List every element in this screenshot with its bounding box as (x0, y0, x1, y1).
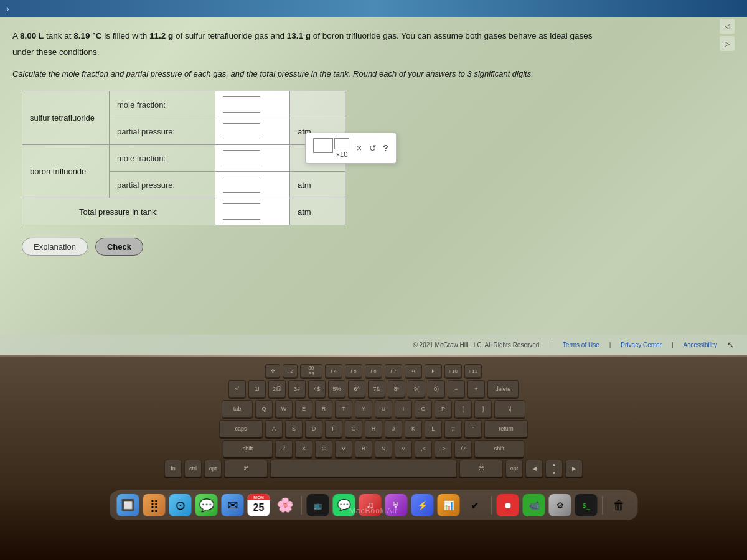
key-lbracket[interactable]: [ (454, 400, 472, 418)
key-backslash[interactable]: \| (494, 400, 525, 418)
key-f11[interactable]: F11 (464, 364, 482, 378)
key-caps[interactable]: caps (219, 420, 263, 437)
input-sf-mole-fraction[interactable] (223, 96, 260, 113)
privacy-link[interactable]: Privacy Center (621, 342, 662, 348)
input-sf-partial-pressure[interactable] (223, 123, 260, 139)
key-rshift[interactable]: shift (474, 440, 524, 457)
dock-icon-stats[interactable]: 📊 (438, 494, 460, 516)
key-l[interactable]: L (425, 420, 442, 437)
key-4[interactable]: 4$ (308, 380, 326, 398)
key-semicolon[interactable]: ;: (444, 420, 462, 437)
key-9[interactable]: 9( (408, 380, 425, 398)
key-return[interactable]: return (484, 420, 528, 437)
key-f10[interactable]: F10 (444, 364, 462, 378)
chevron-icon[interactable]: › (6, 4, 9, 14)
key-f7[interactable]: F7 (385, 364, 402, 378)
key-rcmd[interactable]: ⌘ (459, 460, 503, 477)
sci-exp-input[interactable] (334, 138, 349, 149)
key-equals[interactable]: + (467, 380, 485, 398)
key-backtick[interactable]: ~` (228, 380, 246, 398)
dock-icon-photos[interactable]: 🌸 (274, 494, 296, 516)
key-f8[interactable]: ⏮ (405, 364, 422, 378)
key-lshift[interactable]: shift (223, 440, 273, 457)
key-f4[interactable]: F4 (325, 364, 342, 378)
key-f6[interactable]: F6 (365, 364, 382, 378)
key-c[interactable]: C (315, 440, 332, 457)
key-z[interactable]: Z (275, 440, 293, 457)
key-6[interactable]: 6^ (348, 380, 365, 398)
key-j[interactable]: J (385, 420, 402, 437)
key-b[interactable]: B (355, 440, 372, 457)
key-slash[interactable]: /? (454, 440, 472, 457)
key-s[interactable]: S (285, 420, 303, 437)
key-f9[interactable]: ⏵ (425, 364, 442, 378)
key-h[interactable]: H (365, 420, 382, 437)
input-total-pressure[interactable] (223, 203, 260, 220)
dock-icon-safari[interactable]: ⊙ (169, 494, 192, 516)
key-x[interactable]: X (295, 440, 312, 457)
key-delete[interactable]: delete (487, 380, 519, 398)
key-f2[interactable]: F2 (283, 364, 298, 378)
sci-close-button[interactable]: × (355, 143, 363, 153)
key-n[interactable]: N (375, 440, 392, 457)
dock-icon-check[interactable]: ✔ (464, 494, 486, 516)
key-rbracket[interactable]: ] (474, 400, 492, 418)
key-a[interactable]: A (265, 420, 283, 437)
accessibility-link[interactable]: Accessibility (684, 342, 717, 348)
dock-icon-terminal[interactable]: $_ (575, 494, 598, 516)
dock-icon-facetime[interactable]: 📹 (523, 494, 545, 516)
key-3[interactable]: 3# (288, 380, 306, 398)
key-updown[interactable]: ▲ ▼ (545, 460, 563, 477)
check-button[interactable]: Check (95, 238, 143, 256)
dock-icon-sysprefs[interactable]: ⚙ (549, 494, 571, 516)
key-f5[interactable]: F5 (345, 364, 362, 378)
dock-icon-messages[interactable]: 💬 (195, 494, 218, 516)
key-t[interactable]: T (335, 400, 352, 418)
key-f[interactable]: F (325, 420, 342, 437)
explanation-button[interactable]: Explanation (22, 238, 88, 256)
key-r[interactable]: R (315, 400, 332, 418)
dock-icon-trash[interactable]: 🗑 (608, 494, 631, 516)
input-bf-mole-fraction[interactable] (223, 150, 260, 166)
key-space[interactable] (270, 460, 457, 477)
key-v[interactable]: V (335, 440, 352, 457)
key-lopt[interactable]: opt (204, 460, 222, 477)
key-e[interactable]: E (295, 400, 312, 418)
key-m[interactable]: M (395, 440, 412, 457)
sci-undo-button[interactable]: ↺ (369, 143, 377, 153)
key-minus[interactable]: − (448, 380, 465, 398)
key-2[interactable]: 2@ (268, 380, 286, 398)
key-right[interactable]: ▶ (565, 460, 583, 477)
dock-icon-finder[interactable]: 🔲 (117, 494, 139, 516)
key-f1[interactable]: ✤ (265, 364, 280, 378)
dock-icon-calendar[interactable]: MON 25 (248, 494, 270, 516)
key-comma[interactable]: ,< (415, 440, 432, 457)
key-1[interactable]: 1! (248, 380, 266, 398)
key-q[interactable]: Q (255, 400, 273, 418)
sci-base-input[interactable] (313, 138, 333, 153)
key-w[interactable]: W (275, 400, 293, 418)
sci-help-button[interactable]: ? (383, 143, 388, 153)
key-f3[interactable]: 80F3 (300, 364, 322, 378)
dock-icon-mail[interactable]: ✉ (222, 494, 244, 516)
key-u[interactable]: U (375, 400, 392, 418)
key-g[interactable]: G (345, 420, 362, 437)
key-k[interactable]: K (405, 420, 422, 437)
key-fn[interactable]: fn (164, 460, 182, 477)
key-period[interactable]: .> (435, 440, 452, 457)
key-0[interactable]: 0) (428, 380, 445, 398)
key-ctrl[interactable]: ctrl (184, 460, 202, 477)
dock-icon-messenger[interactable]: ⚡ (411, 494, 434, 516)
key-tab[interactable]: tab (222, 400, 253, 418)
dock-icon-screenrecord[interactable]: ⏺ (497, 494, 519, 516)
terms-link[interactable]: Terms of Use (563, 342, 599, 348)
key-ropt[interactable]: opt (505, 460, 523, 477)
key-y[interactable]: Y (355, 400, 372, 418)
key-lcmd[interactable]: ⌘ (224, 460, 268, 477)
key-i[interactable]: I (395, 400, 412, 418)
key-o[interactable]: O (415, 400, 432, 418)
key-8[interactable]: 8* (388, 380, 405, 398)
key-left[interactable]: ◀ (525, 460, 543, 477)
input-bf-partial-pressure[interactable] (223, 177, 260, 193)
dock-icon-appletv[interactable]: 📺 (307, 494, 329, 516)
